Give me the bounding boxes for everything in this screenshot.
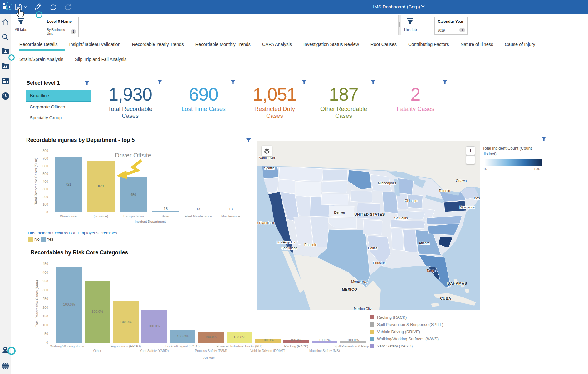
kpi-label: Fatality Cases: [387, 106, 444, 112]
app-logo-icon[interactable]: [3, 2, 13, 11]
chart1-tick: 800: [37, 149, 48, 152]
chart1-x-label: Maintenance: [207, 214, 254, 218]
chart1-tick: 0: [37, 210, 48, 214]
chart1-bar-value: 721: [59, 182, 78, 186]
kpi-value: 2: [378, 85, 453, 104]
map-city-label-los-angeles: Los Angeles: [277, 240, 295, 244]
chart1-bar-value: 673: [91, 184, 110, 188]
kpi-filter-icon[interactable]: [370, 80, 376, 84]
layers-icon[interactable]: [262, 146, 272, 156]
risk-legend-item-walking-working-surfaces-wws-: Walking/Working Surfaces (WWS): [370, 337, 439, 341]
chart1-bar-value: 13: [221, 207, 240, 211]
tab-strain-sprain-analysis[interactable]: Strain/Sprain Analysis: [19, 57, 63, 62]
undo-icon[interactable]: [49, 3, 57, 11]
filter-count-badge: 1: [71, 29, 76, 34]
level-option-broadline[interactable]: Broadline: [26, 90, 91, 102]
level-option-specialty-group[interactable]: Specialty Group: [26, 112, 91, 123]
map-filter-icon[interactable]: [541, 137, 546, 141]
chart1-tick: 200: [37, 195, 48, 199]
chart1-bar-maintenance[interactable]: [217, 212, 244, 212]
tab-recordable-details[interactable]: Recordable Details: [19, 42, 58, 47]
risk-legend-swatch: [370, 322, 374, 327]
sidebar-divider: [0, 31, 11, 31]
chart1-bar-value: 18: [156, 207, 175, 211]
kpi-filter-icon[interactable]: [230, 80, 236, 84]
title-chevron-down-icon[interactable]: [421, 5, 425, 7]
my-content-icon[interactable]: [1, 47, 9, 55]
chart2-bar-value: 100.0%: [58, 302, 80, 306]
search-icon[interactable]: [1, 33, 9, 41]
map-city-label-new-york: New York: [460, 205, 474, 209]
mouse-cursor: [16, 8, 24, 17]
dashboard-title[interactable]: IMS Dashboard (Corp): [373, 0, 420, 14]
kpi-filter-icon[interactable]: [301, 80, 307, 84]
filter-card-level0[interactable]: Level 0 Name By Business Unit 1: [44, 17, 79, 37]
risk-legend-label: Vehicle Driving (DRIVE): [377, 329, 420, 334]
map-city-label-mexico-city: Mexico City: [354, 307, 372, 310]
edit-pencil-icon[interactable]: [34, 3, 42, 11]
team-content-icon[interactable]: [1, 62, 9, 70]
filter-card-title: Calendar Year: [435, 17, 467, 26]
chart2-bar-value: 100.0%: [257, 338, 279, 342]
annotation-arrow-icon: [111, 158, 147, 180]
tab-capa-analysis[interactable]: CAPA Analysis: [262, 42, 292, 47]
tab-cause-of-injury[interactable]: Cause of Injury: [505, 42, 535, 47]
all-tabs-filter-icon[interactable]: [17, 17, 25, 26]
chart1-x-axis-label: Incident Department: [135, 220, 166, 223]
map-city-label-bahamas: BAHAMAS: [448, 282, 467, 285]
chart1-filter-icon[interactable]: [246, 138, 251, 143]
tab-recordable-monthly-trends[interactable]: Recordable Monthly Trends: [195, 42, 251, 47]
risk-legend-label: Yard Safety (YARD): [377, 344, 413, 348]
map-city-label-atlanta: Atlanta: [419, 241, 430, 245]
tab-insight-tableau-validation[interactable]: Insight/Tableau Validation: [69, 42, 120, 47]
level-option-corporate-offices[interactable]: Corporate Offices: [26, 102, 91, 112]
recent-icon[interactable]: [1, 92, 9, 100]
map-city-label-san-francisco: San Francisco: [257, 221, 274, 225]
this-tab-filter-icon[interactable]: [406, 17, 414, 26]
tab-nature-of-illness[interactable]: Nature of Illness: [460, 42, 493, 47]
dashboard-root: IMS Dashboard (Corp): [0, 0, 588, 374]
chart1-title: Recordable injuries by Department - top …: [26, 137, 201, 143]
chart1-bar-sales[interactable]: [152, 211, 179, 212]
chart1-bar-fleet-maintenance[interactable]: [184, 212, 212, 212]
home-icon[interactable]: [1, 18, 9, 26]
portal-tabs-icon[interactable]: [1, 77, 9, 85]
risk-legend-item-vehicle-driving-drive-: Vehicle Driving (DRIVE): [370, 329, 420, 334]
chart2-bar-value: 100.0%: [285, 338, 307, 342]
chart2-tick: 450: [37, 262, 48, 266]
us-choropleth-map[interactable]: VancouverSeattleMinneapolisOttawaToronto…: [257, 141, 480, 310]
tab-root-causes[interactable]: Root Causes: [370, 42, 397, 47]
tab-slip-trip-and-fall-analysis[interactable]: Slip Trip and Fall Analysis: [75, 57, 126, 62]
filter-card-calendar[interactable]: Calendar Year 2019 1: [434, 17, 468, 35]
map-city-label-houston: Houston: [373, 261, 386, 265]
chart2-tick: 200: [37, 306, 48, 309]
tab-bar-row2: Strain/Sprain AnalysisSlip Trip and Fall…: [19, 55, 126, 64]
kpi-filter-icon[interactable]: [157, 80, 162, 84]
map-zoom-in-button[interactable]: +: [466, 146, 475, 155]
kpi-card-total-recordable-cases: 1,930Total Recordable Cases: [93, 85, 168, 119]
map-city-label-phoenix: Phoenix: [304, 243, 317, 247]
map-city-label-ottawa: Ottawa: [456, 179, 467, 182]
chart2-tick: 150: [37, 314, 48, 318]
kpi-label: Lost Time Cases: [175, 106, 233, 112]
kpi-filter-icon[interactable]: [442, 80, 448, 84]
redo-icon[interactable]: [64, 3, 72, 11]
chart2-bar-value: 100.0%: [342, 338, 364, 342]
map-city-label-united-states: UNITED STATES: [354, 212, 385, 216]
risk-legend-item-racking-rack-: Racking (RACK): [370, 315, 407, 320]
level-select-filter-icon[interactable]: [84, 81, 90, 85]
tab-recordable-yearly-trends[interactable]: Recordable Yearly Trends: [132, 42, 184, 47]
map-city-label-seattle: Seattle: [264, 166, 275, 170]
risk-legend-swatch: [370, 330, 374, 334]
globe-icon[interactable]: [1, 362, 9, 370]
teal-marker-dot: [7, 347, 16, 355]
tab-bar-row1: Recordable DetailsInsight/Tableau Valida…: [19, 40, 535, 49]
map-legend-title: Total Incident Count (Count distinct): [483, 146, 546, 157]
tab-investigation-status-review[interactable]: Investigation Status Review: [303, 42, 359, 47]
filter-card-value: By Business Unit: [47, 28, 71, 35]
chart2-tick: 50: [37, 332, 48, 336]
chart1-tick: 400: [37, 180, 48, 183]
tab-contributing-factors[interactable]: Contributing Factors: [408, 42, 449, 47]
map-city-label-st-louis: St. Louis: [394, 216, 408, 220]
map-zoom-out-button[interactable]: −: [466, 155, 475, 164]
